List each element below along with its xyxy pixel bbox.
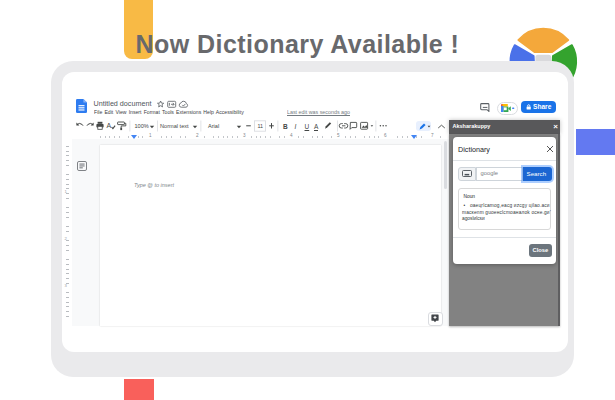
svg-text:A: A — [107, 122, 112, 129]
